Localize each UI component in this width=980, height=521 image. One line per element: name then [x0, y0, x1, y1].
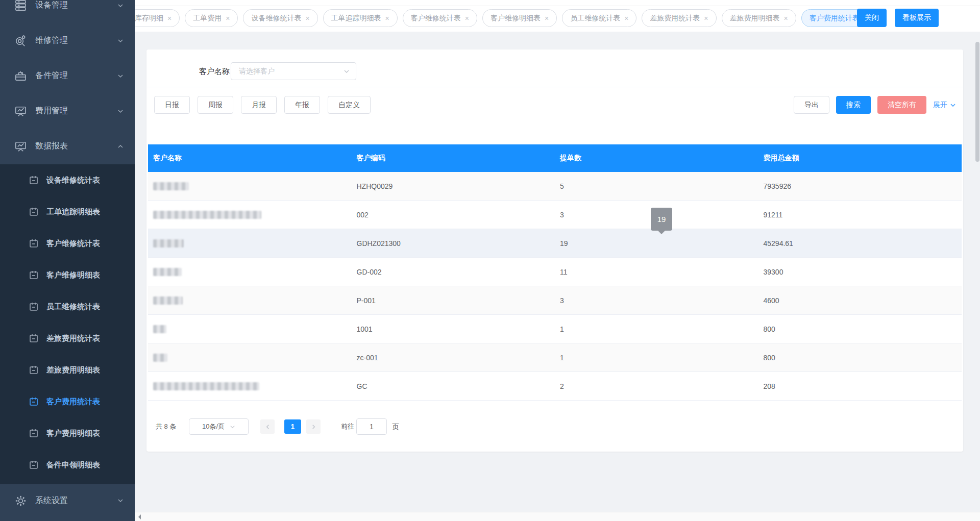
- sidebar-submenu-item[interactable]: 客户费用统计表: [0, 386, 135, 417]
- tab[interactable]: 差旅费用明细表 ×: [722, 9, 796, 27]
- close-icon[interactable]: ×: [784, 15, 788, 22]
- toolbox-icon: [14, 69, 28, 83]
- sidebar-submenu-item[interactable]: 备件申领明细表: [0, 449, 135, 481]
- chevron-down-icon: [117, 498, 124, 504]
- sidebar-submenu-item[interactable]: 客户费用明细表: [0, 417, 135, 449]
- period-button[interactable]: 自定义: [328, 96, 371, 114]
- sidebar-item-settings[interactable]: 系统设置: [0, 484, 135, 517]
- close-icon[interactable]: ×: [385, 15, 389, 22]
- column-header[interactable]: 客户编码: [352, 154, 555, 163]
- table-row[interactable]: GD-002 11 39300: [148, 258, 962, 286]
- cell-order-count: 1: [555, 354, 758, 362]
- sidebar-submenu-label: 设备维修统计表: [46, 176, 100, 185]
- tab[interactable]: 客户维修明细表 ×: [482, 9, 557, 27]
- column-header[interactable]: 费用总金额: [758, 154, 962, 163]
- scroll-left-arrow-icon[interactable]: [138, 514, 141, 519]
- sidebar-submenu-label: 客户维修统计表: [46, 239, 100, 249]
- table-row[interactable]: HZHQ0029 5 7935926: [148, 172, 962, 201]
- close-icon[interactable]: ×: [465, 15, 469, 22]
- cell-total-amount: 39300: [758, 268, 962, 276]
- tab-label: 工单追踪明细表: [331, 14, 381, 23]
- close-icon[interactable]: ×: [545, 15, 549, 22]
- goto-label: 前往: [341, 418, 354, 435]
- tab[interactable]: 工单费用 ×: [185, 9, 238, 27]
- clear-all-button[interactable]: 清空所有: [877, 96, 926, 114]
- pagination: 共 8 条 10条/页 1 前往 页: [146, 418, 963, 435]
- board-display-button[interactable]: 看板展示: [895, 9, 939, 27]
- app-window: 库存明细 × 工单费用 × 设备维修统计表 × 工单追踪明细表 ×: [0, 0, 980, 521]
- tab[interactable]: 客户维修统计表 ×: [403, 9, 477, 27]
- column-header[interactable]: 提单数: [555, 154, 758, 163]
- chevron-down-icon: [230, 424, 235, 430]
- cell-customer-code: GD-002: [352, 268, 555, 276]
- cell-customer-name: [148, 182, 352, 190]
- export-button[interactable]: 导出: [794, 96, 829, 114]
- sidebar-item-cost[interactable]: 费用管理: [0, 93, 135, 129]
- report-sheet-icon: [29, 396, 39, 407]
- sidebar-item-equipment[interactable]: 设备管理: [0, 0, 135, 23]
- cell-customer-name: [148, 382, 352, 390]
- chevron-down-icon: [950, 102, 956, 108]
- table-row[interactable]: GC 2 208: [148, 372, 962, 401]
- period-button[interactable]: 周报: [198, 96, 233, 114]
- customer-select-placeholder: 请选择客户: [239, 67, 344, 76]
- sidebar-submenu-item[interactable]: 工单追踪明细表: [0, 196, 135, 228]
- cell-order-count: 3: [555, 296, 758, 305]
- chevron-right-icon: [311, 424, 316, 430]
- horizontal-scrollbar[interactable]: [135, 512, 980, 521]
- tab[interactable]: 设备维修统计表 ×: [243, 9, 317, 27]
- column-header[interactable]: 客户名称: [148, 154, 352, 163]
- close-icon[interactable]: ×: [167, 15, 172, 22]
- period-button[interactable]: 日报: [154, 96, 190, 114]
- tab[interactable]: 工单追踪明细表 ×: [323, 9, 398, 27]
- sidebar-submenu-item[interactable]: 设备维修统计表: [0, 164, 135, 196]
- tab-label: 库存明细: [135, 14, 163, 23]
- report-sheet-icon: [29, 175, 39, 185]
- expand-link[interactable]: 展开: [933, 101, 956, 110]
- current-page-button[interactable]: 1: [284, 419, 301, 434]
- redacted-customer-name: [153, 296, 183, 305]
- tab[interactable]: 差旅费用统计表 ×: [642, 9, 716, 27]
- cell-total-amount: 208: [758, 382, 962, 390]
- sidebar-submenu-item[interactable]: 客户维修统计表: [0, 228, 135, 259]
- vertical-scrollbar[interactable]: [973, 32, 980, 512]
- close-tab-button[interactable]: 关闭: [857, 9, 887, 27]
- table-row[interactable]: P-001 3 4600: [148, 286, 962, 315]
- search-button[interactable]: 搜索: [836, 96, 871, 114]
- server-icon: [14, 0, 28, 12]
- sidebar-bottom: 系统设置: [0, 484, 135, 517]
- tab[interactable]: 员工维修统计表 ×: [562, 9, 636, 27]
- prev-page-button[interactable]: [260, 419, 275, 434]
- sidebar-item-spare-parts[interactable]: 备件管理: [0, 58, 135, 93]
- sidebar-item-reports[interactable]: 数据报表: [0, 129, 135, 164]
- filter-divider: [146, 87, 963, 87]
- next-page-button[interactable]: [306, 419, 321, 434]
- sidebar-item-repair[interactable]: 维修管理: [0, 23, 135, 58]
- table-row[interactable]: GDHZ021300 19 45294.61: [148, 229, 962, 258]
- total-count: 共 8 条: [156, 418, 176, 435]
- close-icon[interactable]: ×: [305, 15, 309, 22]
- report-sheet-icon: [29, 460, 39, 470]
- period-button[interactable]: 月报: [241, 96, 277, 114]
- close-icon[interactable]: ×: [704, 15, 708, 22]
- customer-select[interactable]: 请选择客户: [231, 62, 356, 80]
- goto-page-input[interactable]: [356, 418, 387, 435]
- cell-order-count: 2: [555, 382, 758, 390]
- sidebar-submenu-reports: 设备维修统计表 工单追踪明细表 客户维修统计表: [0, 164, 135, 484]
- sidebar-submenu-item[interactable]: 差旅费用统计表: [0, 322, 135, 354]
- sidebar-submenu-item[interactable]: 差旅费用明细表: [0, 354, 135, 386]
- table-row[interactable]: 1001 1 800: [148, 315, 962, 343]
- sidebar-submenu-item[interactable]: 员工维修统计表: [0, 291, 135, 322]
- redacted-customer-name: [153, 382, 259, 390]
- sidebar-submenu-label: 客户费用统计表: [46, 397, 100, 407]
- tab-label: 客户费用统计表: [810, 14, 860, 23]
- close-icon[interactable]: ×: [226, 15, 230, 22]
- period-button[interactable]: 年报: [284, 96, 320, 114]
- page-size-select[interactable]: 10条/页: [189, 418, 249, 435]
- table-row[interactable]: 002 3 91211: [148, 201, 962, 229]
- close-icon[interactable]: ×: [624, 15, 628, 22]
- scrollbar-thumb[interactable]: [975, 42, 979, 162]
- table-row[interactable]: zc-001 1 800: [148, 343, 962, 372]
- page-size-value: 10条/页: [202, 422, 225, 431]
- sidebar-submenu-item[interactable]: 客户维修明细表: [0, 259, 135, 291]
